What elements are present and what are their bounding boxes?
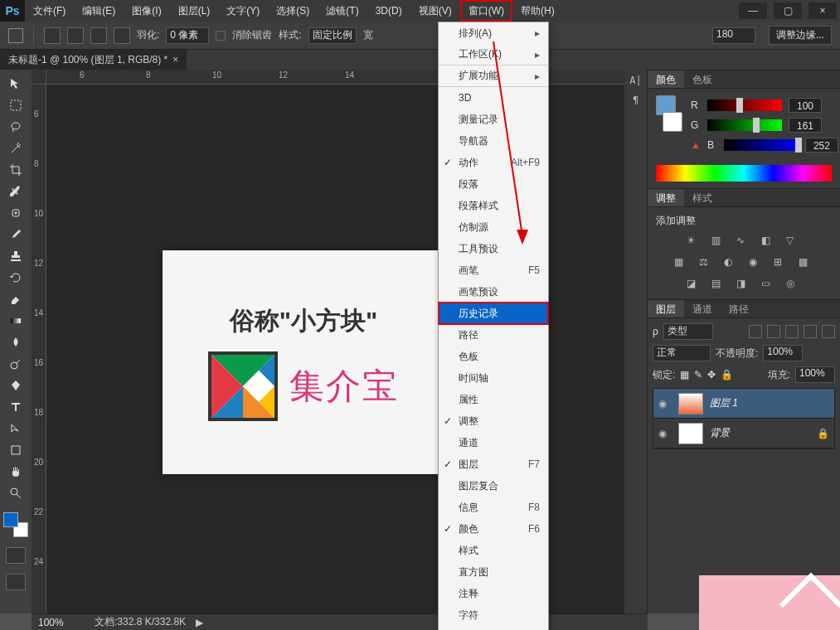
marquee-tool-icon[interactable] — [4, 95, 27, 115]
menu-filter[interactable]: 滤镜(T) — [318, 0, 367, 22]
doc-tab[interactable]: 未标题-1 @ 100% (图层 1, RGB/8) * × — [0, 50, 187, 70]
blend-mode-select[interactable]: 正常 — [653, 345, 711, 361]
menu-edit[interactable]: 编辑(E) — [74, 0, 124, 22]
layer-name[interactable]: 图层 1 — [710, 396, 829, 410]
layer-name[interactable]: 背景 — [710, 426, 810, 440]
layer-filter-select[interactable]: 类型 — [663, 323, 713, 340]
dropdown-item[interactable]: 历史记录 — [439, 303, 548, 324]
vibrance-icon[interactable]: ▽ — [786, 235, 801, 250]
lock-all-icon[interactable]: 🔒 — [721, 369, 733, 380]
current-tool-preset-icon[interactable] — [8, 28, 23, 43]
b-slider[interactable] — [724, 139, 799, 151]
layers-tab[interactable]: 图层 — [648, 300, 684, 317]
color-bg-swatch[interactable] — [663, 112, 682, 132]
dropdown-item[interactable]: 段落 — [439, 173, 548, 195]
hue-icon[interactable]: ▦ — [674, 256, 689, 271]
dropdown-item[interactable]: 图层复合 — [439, 475, 548, 497]
wand-tool-icon[interactable] — [4, 138, 27, 158]
dropdown-item[interactable]: 工具预设 — [439, 238, 548, 259]
styles-tab[interactable]: 样式 — [684, 189, 721, 206]
lock-brush-icon[interactable]: ✎ — [694, 369, 702, 380]
menu-image[interactable]: 图像(I) — [124, 0, 169, 22]
brightness-icon[interactable]: ☀ — [687, 235, 702, 250]
opacity-input[interactable]: 100% — [763, 345, 803, 361]
move-tool-icon[interactable] — [4, 74, 27, 94]
r-value-input[interactable]: 100 — [789, 98, 822, 113]
pen-tool-icon[interactable] — [4, 376, 27, 395]
menu-view[interactable]: 视图(V) — [410, 0, 460, 22]
filter-adjust-icon[interactable] — [767, 325, 780, 338]
lock-move-icon[interactable]: ✥ — [707, 369, 716, 380]
angle-input[interactable]: 180 — [712, 27, 755, 44]
filter-image-icon[interactable] — [749, 325, 762, 338]
zoom-level[interactable]: 100% — [38, 617, 85, 628]
r-slider[interactable] — [707, 99, 782, 111]
dropdown-item[interactable]: 样式 — [439, 540, 548, 561]
feather-input[interactable]: 0 像素 — [166, 27, 209, 44]
window-maximize-button[interactable]: ▢ — [774, 2, 802, 19]
brush-tool-icon[interactable] — [4, 225, 27, 245]
quickmask-toggle[interactable] — [6, 547, 26, 564]
dropdown-item[interactable]: ✓调整 — [439, 410, 548, 432]
character-panel-icon[interactable]: A| — [629, 75, 641, 86]
path-select-tool-icon[interactable] — [4, 419, 27, 439]
hand-tool-icon[interactable] — [4, 462, 27, 482]
filter-shape-icon[interactable] — [804, 325, 817, 338]
g-slider[interactable] — [707, 119, 782, 131]
menu-3d[interactable]: 3D(D) — [367, 0, 410, 22]
layer-item[interactable]: ◉ 图层 1 — [653, 389, 834, 419]
dropdown-item[interactable]: 时间轴 — [439, 367, 548, 389]
crop-tool-icon[interactable] — [4, 160, 27, 180]
layer-item[interactable]: ◉ 背景 🔒 — [653, 419, 834, 448]
doc-tab-close-icon[interactable]: × — [172, 50, 178, 70]
fill-input[interactable]: 100% — [795, 366, 835, 383]
refine-edge-button[interactable]: 调整边缘... — [769, 26, 832, 45]
dropdown-item[interactable]: 画笔预设 — [439, 281, 548, 303]
visibility-toggle-icon[interactable]: ◉ — [658, 398, 672, 410]
selection-mode-subtract-icon[interactable] — [90, 27, 107, 44]
style-select[interactable]: 固定比例 — [308, 27, 357, 44]
eyedropper-tool-icon[interactable] — [4, 182, 27, 201]
visibility-toggle-icon[interactable]: ◉ — [658, 428, 672, 439]
dropdown-item[interactable]: 通道 — [439, 432, 548, 453]
adjustments-tab[interactable]: 调整 — [648, 189, 684, 206]
doc-info-menu-icon[interactable]: ▶ — [196, 617, 203, 628]
dropdown-item[interactable]: 段落样式 — [439, 195, 548, 216]
heal-tool-icon[interactable] — [4, 203, 27, 223]
curves-icon[interactable]: ∿ — [736, 235, 751, 250]
selective-color-icon[interactable]: ◎ — [786, 278, 801, 293]
stamp-tool-icon[interactable] — [4, 246, 27, 266]
menu-file[interactable]: 文件(F) — [25, 0, 74, 22]
dropdown-item[interactable]: 导航器 — [439, 130, 548, 152]
lock-pixels-icon[interactable]: ▦ — [680, 369, 689, 380]
dropdown-item[interactable]: ✓图层F7 — [439, 453, 548, 475]
window-close-button[interactable]: × — [808, 2, 837, 19]
lut-icon[interactable]: ▩ — [799, 256, 813, 271]
swatches-tab[interactable]: 色板 — [684, 70, 721, 88]
dropdown-item[interactable]: 字符 — [439, 604, 548, 626]
layer-thumbnail[interactable] — [678, 393, 703, 414]
dropdown-item[interactable]: 排列(A)▸ — [439, 22, 548, 44]
menu-window[interactable]: 窗口(W) — [460, 0, 512, 22]
photo-filter-icon[interactable]: ◉ — [749, 256, 764, 271]
ruler-vertical[interactable]: 6 8 10 12 14 16 18 20 22 24 — [32, 85, 46, 613]
eraser-tool-icon[interactable] — [4, 289, 27, 309]
dropdown-item[interactable]: 信息F8 — [439, 497, 548, 518]
color-swatch[interactable] — [3, 512, 28, 537]
dropdown-item[interactable]: 路径 — [439, 324, 548, 346]
gradient-tool-icon[interactable] — [4, 311, 27, 331]
foreground-swatch[interactable] — [3, 512, 18, 527]
dropdown-item[interactable]: 扩展功能▸ — [439, 65, 548, 87]
channel-mixer-icon[interactable]: ⊞ — [774, 256, 789, 271]
menu-type[interactable]: 文字(Y) — [218, 0, 268, 22]
dropdown-item[interactable]: 仿制源 — [439, 216, 548, 238]
paragraph-panel-icon[interactable]: ¶ — [633, 94, 638, 106]
exposure-icon[interactable]: ◧ — [761, 235, 776, 250]
menu-help[interactable]: 帮助(H) — [512, 0, 563, 22]
menu-layer[interactable]: 图层(L) — [170, 0, 219, 22]
gradient-map-icon[interactable]: ▭ — [761, 278, 776, 293]
dropdown-item[interactable]: 属性 — [439, 389, 548, 410]
invert-icon[interactable]: ◪ — [687, 278, 702, 293]
dropdown-item[interactable]: 注释 — [439, 583, 548, 604]
dropdown-item[interactable]: 测量记录 — [439, 109, 548, 130]
